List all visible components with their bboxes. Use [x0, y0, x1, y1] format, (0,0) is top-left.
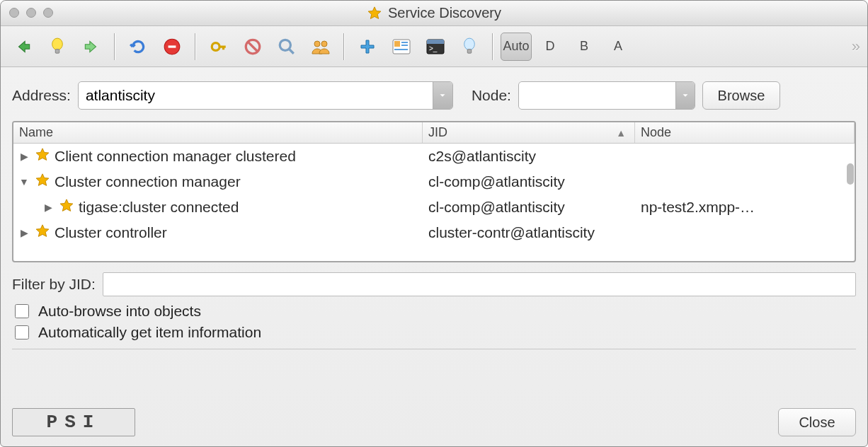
chevron-down-icon[interactable]: ▼ — [18, 176, 30, 187]
mode-a-label: A — [614, 39, 622, 54]
row-jid: cl-comp@atlantiscity — [423, 173, 635, 190]
node-drop-icon[interactable] — [675, 82, 695, 109]
browse-button-label: Browse — [718, 88, 765, 104]
address-label: Address: — [12, 87, 71, 104]
address-combo[interactable] — [78, 81, 453, 110]
bulb2-button[interactable] — [454, 33, 485, 61]
node-label: Node: — [472, 87, 511, 104]
svg-point-0 — [52, 38, 63, 50]
table-row[interactable]: ▶tigase:cluster connectedcl-comp@atlanti… — [13, 195, 855, 220]
svg-rect-1 — [55, 49, 59, 53]
svg-text:>_: >_ — [429, 45, 438, 52]
address-input[interactable] — [79, 82, 433, 109]
window-title: Service Discovery — [388, 5, 501, 21]
psi-logo: PSI — [12, 408, 135, 436]
refresh-button[interactable] — [122, 33, 154, 61]
chevron-right-icon[interactable]: ▶ — [18, 227, 30, 238]
svg-point-9 — [314, 41, 320, 47]
add-button[interactable] — [352, 33, 383, 61]
auto-info-label: Automatically get item information — [38, 324, 261, 341]
row-node: np-test2.xmpp-… — [635, 199, 855, 216]
tree-body: ▶Client connection manager clusteredc2s@… — [13, 144, 855, 261]
auto-info-input[interactable] — [15, 325, 29, 339]
zoom-traffic-icon[interactable] — [43, 8, 53, 18]
auto-label: Auto — [503, 39, 529, 54]
svg-point-10 — [321, 41, 327, 47]
row-name: Client connection manager clustered — [55, 148, 296, 165]
column-jid[interactable]: JID ▲ — [423, 122, 635, 143]
options-group: Auto-browse into objects Automatically g… — [1, 301, 867, 342]
filter-row: Filter by JID: — [1, 265, 867, 301]
svg-rect-12 — [394, 41, 400, 47]
row-jid: cluster-contr@atlantiscity — [423, 224, 635, 241]
scrollbar-thumb[interactable] — [847, 163, 854, 185]
browse-button[interactable]: Browse — [702, 81, 780, 110]
back-button[interactable] — [8, 33, 39, 61]
auto-browse-checkbox[interactable]: Auto-browse into objects — [12, 302, 856, 320]
address-row: Address: Node: Browse — [1, 67, 867, 114]
close-button-label: Close — [799, 414, 835, 431]
sort-asc-icon: ▲ — [616, 127, 626, 139]
service-discovery-window: Service Discovery — [0, 0, 868, 447]
filter-input[interactable] — [103, 272, 856, 296]
key-button[interactable] — [203, 33, 234, 61]
users-button[interactable] — [305, 33, 336, 61]
mode-d-button[interactable]: D — [535, 33, 566, 61]
bottom-bar: PSI Close — [1, 402, 867, 446]
chevron-right-icon[interactable]: ▶ — [18, 151, 30, 162]
toolbar-separator — [114, 33, 115, 60]
table-row[interactable]: ▶Cluster controllercluster-contr@atlanti… — [13, 220, 855, 245]
console-button[interactable]: >_ — [420, 33, 451, 61]
auto-browse-label: Auto-browse into objects — [38, 303, 201, 320]
toolbar: >_ Auto D B A » — [1, 26, 867, 67]
table-row[interactable]: ▶Client connection manager clusteredc2s@… — [13, 144, 855, 169]
mode-d-label: D — [546, 39, 555, 54]
svg-rect-3 — [169, 45, 176, 47]
row-jid: c2s@atlantiscity — [423, 148, 635, 165]
hint-button[interactable] — [42, 33, 73, 61]
minimize-traffic-icon[interactable] — [26, 8, 36, 18]
deny-button[interactable] — [237, 33, 268, 61]
toolbar-separator — [492, 33, 493, 60]
vcard-button[interactable] — [386, 33, 417, 61]
tree-header: Name JID ▲ Node — [13, 122, 855, 144]
svg-point-4 — [212, 42, 219, 50]
table-row[interactable]: ▼Cluster connection managercl-comp@atlan… — [13, 169, 855, 195]
search-button[interactable] — [271, 33, 302, 61]
forward-button[interactable] — [76, 33, 107, 61]
mode-a-button[interactable]: A — [603, 33, 634, 61]
stop-button[interactable] — [156, 33, 188, 61]
overflow-chevrons-icon[interactable]: » — [852, 37, 860, 56]
address-drop-icon[interactable] — [433, 82, 452, 109]
window-controls — [9, 8, 53, 18]
titlebar: Service Discovery — [1, 1, 867, 26]
mode-b-label: B — [580, 39, 588, 54]
star-icon — [59, 198, 74, 217]
svg-line-6 — [249, 42, 258, 51]
svg-point-7 — [280, 40, 290, 50]
close-button[interactable]: Close — [778, 408, 856, 436]
toolbar-separator — [343, 33, 345, 60]
auto-browse-input[interactable] — [15, 304, 29, 318]
row-jid: cl-comp@atlantiscity — [423, 199, 635, 216]
svg-point-19 — [464, 38, 475, 50]
auto-info-checkbox[interactable]: Automatically get item information — [12, 323, 856, 342]
node-combo[interactable] — [518, 81, 695, 110]
auto-toggle[interactable]: Auto — [501, 33, 532, 61]
star-icon — [35, 147, 50, 166]
column-node[interactable]: Node — [635, 122, 855, 143]
close-traffic-icon[interactable] — [9, 8, 19, 18]
star-icon — [35, 224, 50, 243]
svg-rect-17 — [427, 40, 444, 44]
svg-rect-20 — [467, 49, 472, 53]
row-name: Cluster connection manager — [55, 173, 241, 190]
toolbar-separator — [195, 33, 196, 60]
results-tree[interactable]: Name JID ▲ Node ▶Client connection manag… — [12, 121, 856, 262]
chevron-right-icon[interactable]: ▶ — [42, 202, 55, 213]
mode-b-button[interactable]: B — [569, 33, 600, 61]
star-icon — [367, 6, 382, 21]
svg-line-8 — [289, 49, 294, 54]
node-input[interactable] — [519, 82, 675, 109]
column-name[interactable]: Name — [13, 122, 423, 143]
star-icon — [35, 173, 50, 192]
